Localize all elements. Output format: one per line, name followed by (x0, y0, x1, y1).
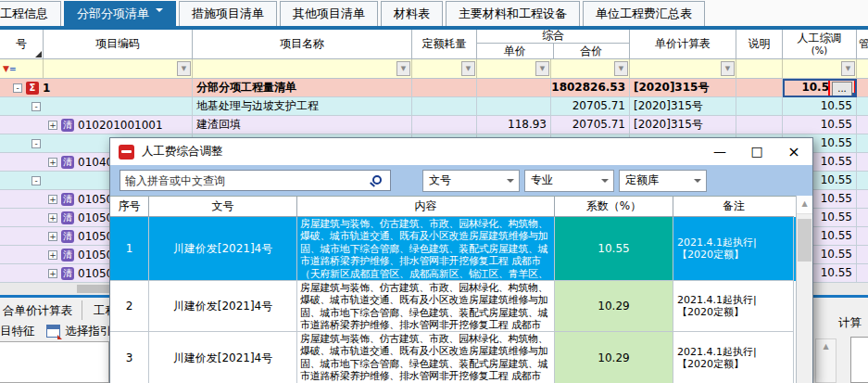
tab-project-info[interactable]: 工程信息 (0, 1, 61, 26)
header-calc-table[interactable]: 单价计算表 (630, 30, 736, 59)
tab-unit-cost-summary[interactable]: 单位工程费汇总表 (583, 1, 705, 26)
header-composite[interactable]: 综合 单价 合价 (477, 30, 630, 59)
feature-label: 目特征 (0, 324, 35, 339)
filter-dropdown-icon[interactable]: ▼ (841, 61, 855, 76)
tab-main-materials[interactable]: 主要材料和工程设备 (446, 1, 580, 26)
filter-dropdown-icon[interactable]: ▼ (396, 61, 410, 76)
tab-fbfx-list[interactable]: 分部分项清单 (64, 1, 176, 26)
sigma-icon: Σ (26, 82, 39, 95)
dialog-table-row[interactable]: 1 川建价发[2021]4号 房屋建筑与装饰、仿古建筑、市政、园林绿化、构筑物、… (110, 217, 812, 281)
panel-scrollbar[interactable]: ▲ (815, 338, 837, 383)
header-code[interactable]: 项目编码 (44, 30, 193, 59)
scroll-up-icon[interactable]: ▲ (797, 196, 812, 214)
filter-quota[interactable]: ▼ (412, 59, 477, 79)
labor-adjust-cell[interactable]: 10.55 (783, 116, 857, 134)
filter-name[interactable]: ▼ (193, 59, 412, 79)
header-mgmt[interactable]: 管 (857, 30, 868, 59)
dlg-header-seq[interactable]: 序号 (110, 197, 149, 217)
tab-material-table[interactable]: 材料表 (381, 1, 443, 26)
filter-calc-table[interactable]: ▼ (630, 59, 736, 79)
dlg-row-seq: 2 (110, 281, 149, 332)
header-name[interactable]: 项目名称 (193, 30, 412, 59)
collapse-icon[interactable]: - (13, 83, 22, 93)
expand-icon[interactable]: + (48, 213, 57, 223)
dlg-row-doc: 川建价发[2021]4号 (149, 217, 297, 281)
tab-composite-price-calc[interactable]: 合单价计算表 (0, 300, 82, 320)
close-button[interactable]: × (775, 138, 812, 165)
table-row[interactable]: + 清 010201001001 建渣回填 118.93 20705.71 [2… (0, 116, 868, 134)
filter-seq[interactable]: ▼= (0, 59, 44, 79)
labor-adjust-cell[interactable]: 10.5 ... (783, 79, 857, 97)
filter-dropdown-icon[interactable]: ▼ (461, 61, 475, 76)
expand-icon[interactable]: + (48, 195, 57, 204)
row-calc: [2020]315号 (630, 79, 736, 97)
header-unit-price[interactable]: 单价 (477, 44, 554, 59)
select-guide-button[interactable]: 选择指引 (66, 324, 112, 339)
dialog-table-row[interactable]: 3 川建价发[2021]4号 房屋建筑与装饰、仿古建筑、市政、园林绿化、构筑物、… (110, 332, 812, 383)
calc-edit-area[interactable] (850, 337, 868, 383)
filter-dropdown-icon[interactable]: ▼ (535, 61, 549, 76)
header-quota[interactable]: 定额耗量 (412, 30, 477, 59)
quota-library-dropdown[interactable]: 定额库 (619, 170, 707, 192)
calc-label: 计算 (838, 315, 862, 331)
tab-other-list[interactable]: 其他项目清单 (280, 1, 378, 26)
header-total-price[interactable]: 合价 (554, 44, 630, 59)
row-code: 01050 (78, 210, 113, 226)
expand-icon[interactable]: + (48, 232, 57, 241)
row-code: 01050 (78, 228, 113, 245)
collapse-icon[interactable]: - (31, 176, 41, 185)
dlg-header-coef[interactable]: 系数（%） (555, 197, 673, 217)
filter-mgmt[interactable] (857, 59, 868, 79)
header-seq[interactable]: 号 (0, 30, 44, 59)
header-labor-adjust[interactable]: 人工综调 (%) (783, 30, 857, 59)
dlg-header-content[interactable]: 内容 (297, 197, 555, 217)
search-icon[interactable] (372, 175, 382, 185)
table-row[interactable]: - 地基处理与边坡支护工程 20705.71 [2020]315号 10.55 (0, 97, 868, 116)
search-input[interactable] (120, 174, 372, 187)
feature-edit-area[interactable] (0, 341, 109, 383)
adjust-ellipsis-button[interactable]: ... (832, 82, 852, 96)
collapse-icon[interactable]: - (31, 139, 41, 148)
row-code: 010201001001 (78, 117, 163, 134)
dialog-titlebar[interactable]: 人工费综合调整 — □ × (110, 138, 812, 165)
expand-icon[interactable]: + (48, 250, 57, 260)
filter-note[interactable] (736, 59, 783, 79)
list-item-badge-icon: 清 (61, 211, 74, 224)
list-item-badge-icon: 清 (61, 156, 74, 169)
filter-dropdown-icon[interactable]: ▼ (177, 61, 191, 76)
search-box[interactable] (120, 170, 391, 191)
collapse-icon[interactable]: - (31, 102, 41, 111)
tab-measure-list[interactable]: 措施项目清单 (179, 1, 277, 26)
row-name: 地基处理与边坡支护工程 (193, 97, 412, 116)
list-item-badge-icon: 清 (61, 267, 74, 280)
filter-unit-price[interactable]: ▼ (477, 59, 551, 79)
dialog-scrollbar[interactable]: ▲ (796, 196, 812, 383)
dlg-row-doc: 川建价发[2021]4号 (149, 281, 297, 332)
filter-total-price[interactable]: ▼ (551, 59, 630, 79)
header-note[interactable]: 说明 (736, 30, 783, 59)
dlg-row-content: 房屋建筑与装饰、仿古建筑、市政、园林绿化、构筑物、爆破、城市轨道交通、既有及小区… (297, 332, 555, 383)
maximize-button[interactable]: □ (738, 138, 775, 165)
filter-dropdown-icon[interactable]: ▼ (614, 61, 628, 76)
fill-handle[interactable] (852, 93, 857, 97)
filter-labor-adjust[interactable]: ▼ (783, 59, 857, 79)
dlg-header-doc[interactable]: 文号 (149, 197, 297, 217)
expand-icon[interactable]: + (48, 158, 57, 167)
table-row[interactable]: - Σ 1 分部分项工程量清单 1802826.53 [2020]315号 10… (0, 79, 868, 97)
filter-code[interactable]: ▼ (44, 59, 193, 79)
row-total: 20705.71 (551, 97, 630, 116)
dlg-header-note[interactable]: 备注 (673, 197, 794, 217)
minimize-button[interactable]: — (701, 138, 738, 165)
labor-adjust-cell[interactable]: 10.55 (783, 97, 857, 116)
row-total: 20705.71 (551, 116, 630, 134)
scroll-up-icon[interactable]: ▲ (823, 342, 828, 351)
dialog-table-row[interactable]: 2 川建价发[2021]4号 房屋建筑与装饰、仿古建筑、市政、园林绿化、构筑物、… (110, 281, 812, 332)
expand-icon[interactable]: + (48, 269, 57, 278)
dlg-row-doc: 川建价发[2021]4号 (149, 332, 297, 383)
doc-number-dropdown[interactable]: 文号 (422, 170, 520, 192)
expand-icon[interactable]: + (48, 121, 57, 130)
scrollbar-thumb[interactable] (798, 219, 811, 262)
chevron-down-icon (156, 8, 163, 16)
specialty-dropdown[interactable]: 专业 (524, 170, 614, 192)
filter-dropdown-icon[interactable]: ▼ (721, 61, 735, 76)
